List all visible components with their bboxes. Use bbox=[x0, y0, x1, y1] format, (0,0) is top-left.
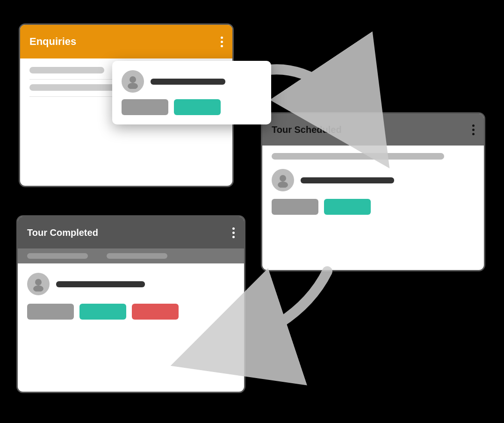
dot-3 bbox=[221, 45, 223, 47]
svg-point-7 bbox=[33, 285, 43, 292]
tc-user-icon bbox=[31, 277, 46, 292]
ts-btn-row bbox=[272, 199, 475, 215]
ts-dot-3 bbox=[472, 133, 475, 135]
ts-dot-1 bbox=[472, 124, 475, 127]
svg-point-4 bbox=[280, 175, 286, 182]
tc-btn-gray[interactable] bbox=[27, 304, 74, 320]
tour-scheduled-dots[interactable] bbox=[472, 124, 475, 135]
ts-btn-teal[interactable] bbox=[324, 199, 371, 215]
tc-sh-bar-2 bbox=[107, 253, 167, 259]
tour-completed-subheader bbox=[18, 248, 244, 263]
svg-point-2 bbox=[130, 76, 136, 83]
dot-1 bbox=[221, 36, 223, 39]
enquiries-header: Enquiries bbox=[20, 25, 232, 58]
popup-user-row bbox=[122, 70, 262, 93]
tc-btn-teal[interactable] bbox=[79, 304, 126, 320]
ts-btn-gray[interactable] bbox=[272, 199, 318, 215]
tc-dot-2 bbox=[232, 232, 235, 234]
enquiries-dots-menu[interactable] bbox=[221, 36, 223, 47]
svg-point-3 bbox=[128, 83, 138, 89]
scene: Enquiries bbox=[0, 0, 504, 423]
ts-header-bar bbox=[272, 153, 444, 160]
tc-btn-row bbox=[27, 304, 235, 320]
user-avatar-icon bbox=[125, 74, 140, 89]
tc-btn-red[interactable] bbox=[132, 304, 179, 320]
tour-completed-header: Tour Completed bbox=[18, 217, 244, 248]
ts-user-icon bbox=[275, 173, 290, 188]
tour-completed-body bbox=[18, 263, 244, 329]
dot-2 bbox=[221, 41, 223, 43]
tour-scheduled-header: Tour Scheduled bbox=[262, 114, 484, 146]
tc-dot-3 bbox=[232, 236, 235, 238]
tour-completed-card: Tour Completed bbox=[16, 215, 245, 393]
ts-name-bar bbox=[301, 177, 394, 183]
tour-scheduled-body bbox=[262, 146, 484, 222]
popup-btn-gray[interactable] bbox=[122, 99, 168, 115]
tc-name-bar bbox=[56, 281, 145, 287]
ts-user-row bbox=[272, 169, 475, 191]
tour-scheduled-card: Tour Scheduled bbox=[261, 112, 485, 271]
tour-completed-title: Tour Completed bbox=[27, 227, 98, 238]
popup-name-bar bbox=[151, 79, 225, 85]
tour-completed-dots[interactable] bbox=[232, 227, 235, 238]
tc-user-row bbox=[27, 273, 235, 295]
ts-avatar bbox=[272, 169, 294, 191]
enquiries-bar-1 bbox=[29, 67, 104, 73]
enquiries-popup bbox=[112, 61, 271, 124]
popup-btn-row bbox=[122, 99, 262, 115]
tc-dot-1 bbox=[232, 227, 235, 230]
tour-scheduled-title: Tour Scheduled bbox=[272, 124, 342, 135]
tc-sh-bar-1 bbox=[27, 253, 88, 259]
popup-inner bbox=[122, 70, 262, 115]
enquiries-title: Enquiries bbox=[29, 36, 76, 48]
ts-dot-2 bbox=[472, 129, 475, 131]
tc-avatar bbox=[27, 273, 50, 295]
popup-btn-teal[interactable] bbox=[174, 99, 221, 115]
svg-point-5 bbox=[278, 182, 288, 188]
svg-point-6 bbox=[35, 279, 42, 285]
popup-avatar bbox=[122, 70, 144, 93]
